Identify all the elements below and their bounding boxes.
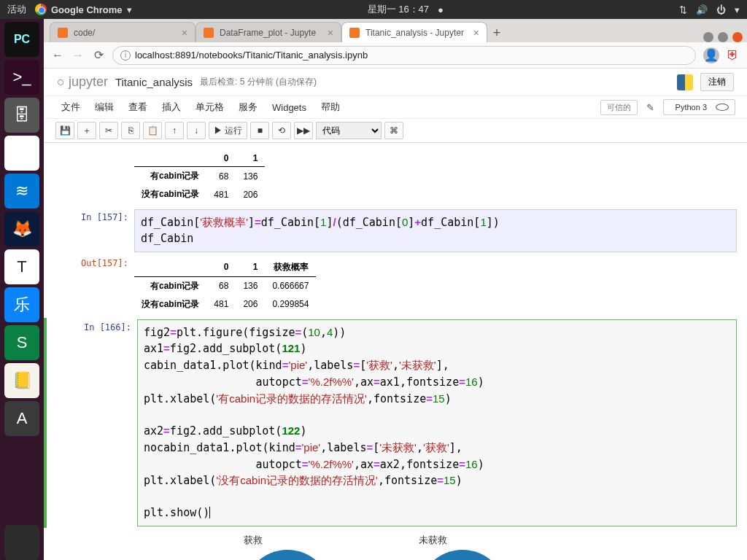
menu-cell[interactable]: 单元格 <box>190 99 230 115</box>
window-controls <box>703 32 743 42</box>
vscode-icon[interactable]: ≋ <box>4 174 39 209</box>
page-content: ○ jupyter Titanic_analysis 最后检查: 5 分钟前 (… <box>44 69 747 560</box>
fast-forward-button[interactable]: ▶▶ <box>294 122 313 139</box>
move-up-button[interactable]: ↑ <box>165 122 184 139</box>
site-info-icon[interactable]: i <box>120 50 131 61</box>
add-cell-button[interactable]: ＋ <box>77 122 96 139</box>
profile-icon[interactable]: 👤 <box>703 47 719 63</box>
prompt-in-157: In [157]: <box>54 209 134 252</box>
updater-icon[interactable]: A <box>4 401 39 436</box>
stop-button[interactable]: ■ <box>250 122 269 139</box>
close-window-icon[interactable] <box>732 32 743 42</box>
move-down-button[interactable]: ↓ <box>187 122 206 139</box>
network-icon[interactable]: ⇅ <box>679 4 687 15</box>
paste-button[interactable]: 📋 <box>143 122 162 139</box>
pycharm-icon[interactable]: PC <box>4 22 39 57</box>
text-editor-icon[interactable]: T <box>4 249 39 284</box>
code-cell-157[interactable]: df_Cabin['获救概率']=df_Cabin[1]/(df_Cabin[0… <box>134 209 737 252</box>
command-palette-button[interactable]: ⌘ <box>384 122 403 139</box>
tab-strip: code/ × DataFrame_plot - Jupyte × Titani… <box>44 19 747 42</box>
tab-dataframe-plot[interactable]: DataFrame_plot - Jupyte × <box>196 22 341 42</box>
ublock-icon[interactable]: ⛨ <box>727 47 740 63</box>
notebook-body: 01 有cabin记录68136 没有cabin记录481206 In [157… <box>44 143 747 560</box>
forward-icon[interactable]: → <box>71 49 85 62</box>
jupyter-favicon-icon <box>349 28 360 38</box>
ubuntu-launcher: PC >_ 🗄 ≋ 🦊 T 乐 S 📒 A <box>0 19 44 560</box>
maximize-icon[interactable] <box>718 32 728 42</box>
trusted-badge[interactable]: 可信的 <box>600 100 638 115</box>
edit-icon[interactable]: ✎ <box>640 101 660 114</box>
pie-left-label: 获救 <box>244 534 263 545</box>
firefox-icon[interactable]: 🦊 <box>4 211 39 246</box>
terminal-icon[interactable]: >_ <box>4 60 39 95</box>
ubuntu-topbar: 活动 Google Chrome ▾ 星期一 16：47 ● ⇅ 🔊 ⏻ ▾ <box>0 0 747 19</box>
save-status: 最后检查: 5 分钟前 (自动保存) <box>200 76 317 88</box>
chrome-icon <box>35 4 47 15</box>
tab-titanic-analysis[interactable]: Titanic_analysis - Jupyter × <box>341 22 487 42</box>
minimize-icon[interactable] <box>703 32 713 42</box>
menu-kernel[interactable]: 服务 <box>233 99 263 115</box>
menu-file[interactable]: 文件 <box>55 99 86 115</box>
code-cell-166[interactable]: fig2=plt.figure(figsize=(10,4)) ax1=fig2… <box>137 319 737 526</box>
files-icon[interactable]: 🗄 <box>4 98 39 133</box>
close-icon[interactable]: × <box>328 27 333 39</box>
logout-button[interactable]: 注销 <box>700 73 734 91</box>
cut-button[interactable]: ✂ <box>99 122 118 139</box>
clock[interactable]: 星期一 16：47 <box>368 3 430 16</box>
output-table-157: 01获救概率 有cabin记录681360.666667 没有cabin记录48… <box>134 258 316 314</box>
reload-icon[interactable]: ⟳ <box>92 48 105 62</box>
menu-edit[interactable]: 编辑 <box>89 99 120 115</box>
tab-label: Titanic_analysis - Jupyter <box>365 28 464 38</box>
volume-icon[interactable]: 🔊 <box>696 4 708 15</box>
pie-output-preview: 获救 未获救 <box>134 534 737 561</box>
activities-label[interactable]: 活动 <box>7 3 26 16</box>
notebook-title[interactable]: Titanic_analysis <box>115 76 193 88</box>
active-app[interactable]: Google Chrome ▾ <box>35 4 132 15</box>
jupyter-favicon-icon <box>204 28 214 38</box>
tab-label: code/ <box>74 28 95 38</box>
output-table-small: 01 有cabin记录68136 没有cabin记录481206 <box>134 150 265 203</box>
close-icon[interactable]: × <box>473 27 479 39</box>
tab-code[interactable]: code/ × <box>50 22 196 42</box>
jupyter-logo[interactable]: ○ jupyter <box>57 74 108 90</box>
url-field[interactable]: i localhost:8891/notebooks/Titanic/Titan… <box>112 46 696 65</box>
chrome-app-icon[interactable] <box>4 136 39 171</box>
run-button[interactable]: ▶ 运行 <box>209 122 247 139</box>
prompt-out-157: Out[157]: <box>54 255 134 316</box>
kernel-status-icon <box>716 104 729 111</box>
pie-right-label: 未获救 <box>419 534 447 545</box>
jupyter-toolbar: 💾 ＋ ✂ ⎘ 📋 ↑ ↓ ▶ 运行 ■ ⟲ ▶▶ 代码 ⌘ <box>44 119 747 143</box>
notes-icon[interactable]: 📒 <box>4 363 39 398</box>
cell-type-select[interactable]: 代码 <box>316 122 382 139</box>
back-icon[interactable]: ← <box>51 49 64 62</box>
prompt-in-166: In [166]: <box>57 319 137 526</box>
chrome-window: code/ × DataFrame_plot - Jupyte × Titani… <box>44 19 747 560</box>
new-tab-button[interactable]: + <box>487 23 506 42</box>
jupyter-menubar: 文件 编辑 查看 插入 单元格 服务 Widgets 帮助 可信的 ✎ Pyth… <box>44 96 747 119</box>
menu-insert[interactable]: 插入 <box>156 99 187 115</box>
wps-icon[interactable]: S <box>4 325 39 360</box>
copy-button[interactable]: ⎘ <box>121 122 140 139</box>
tab-label: DataFrame_plot - Jupyte <box>220 28 316 38</box>
menu-widgets[interactable]: Widgets <box>266 101 312 114</box>
menu-view[interactable]: 查看 <box>123 99 153 115</box>
show-apps-icon[interactable] <box>4 525 39 560</box>
kernel-indicator[interactable]: Python 3 <box>663 99 735 115</box>
url-text: localhost:8891/notebooks/Titanic/Titanic… <box>135 50 368 61</box>
jupyter-favicon-icon <box>58 28 68 38</box>
menu-help[interactable]: 帮助 <box>315 99 346 115</box>
jupyter-header: ○ jupyter Titanic_analysis 最后检查: 5 分钟前 (… <box>44 69 747 96</box>
power-icon[interactable]: ⏻ <box>716 4 726 15</box>
python-icon <box>677 74 693 90</box>
restart-button[interactable]: ⟲ <box>272 122 291 139</box>
app-blue-icon[interactable]: 乐 <box>4 287 39 322</box>
address-bar: ← → ⟳ i localhost:8891/notebooks/Titanic… <box>44 42 747 69</box>
close-icon[interactable]: × <box>182 27 187 39</box>
menu-caret-icon[interactable]: ▾ <box>735 4 740 15</box>
save-button[interactable]: 💾 <box>55 122 74 139</box>
